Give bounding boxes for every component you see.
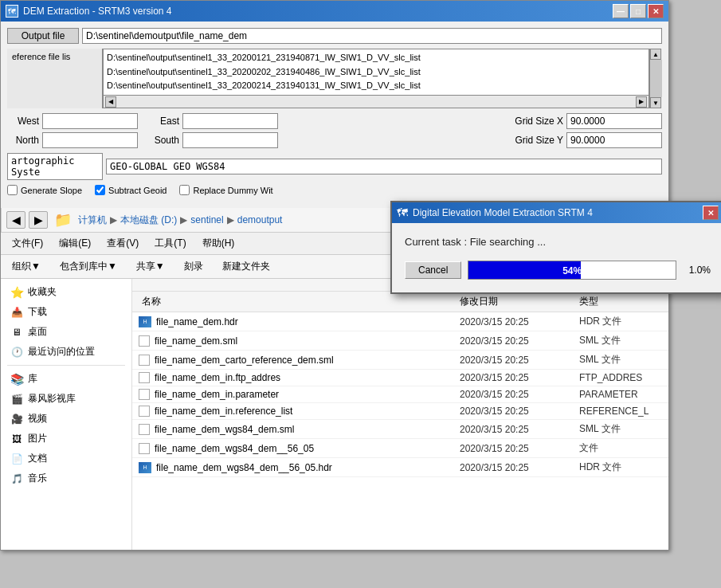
replace-dummy-checkbox[interactable] <box>179 185 190 195</box>
scroll-down-btn[interactable]: ▼ <box>650 97 661 108</box>
carto-label: artographic Syste <box>7 153 103 180</box>
subtract-geoid-checkbox-item: Subtract Geoid <box>95 185 167 195</box>
sidebar-item-favorites[interactable]: ⭐ 收藏夹 <box>1 282 131 302</box>
generate-slope-checkbox[interactable] <box>7 185 18 195</box>
file-type-4: FTP_ADDRES <box>573 372 668 383</box>
dem-window-titlebar: 🗺 DEM Extraction - SRTM3 version 4 — □ ✕ <box>1 1 668 22</box>
sidebar-item-documents[interactable]: 📄 文档 <box>1 449 131 468</box>
col-date[interactable]: 修改日期 <box>453 295 573 308</box>
subtract-geoid-checkbox[interactable] <box>95 185 105 195</box>
grid-x-input[interactable] <box>566 113 662 129</box>
download-label: 下载 <box>28 305 47 319</box>
sidebar-item-library[interactable]: 📚 库 <box>1 369 131 389</box>
replace-dummy-label: Replace Dummy Wit <box>193 186 272 195</box>
table-row[interactable]: file_name_dem_in.parameter 2020/3/15 20:… <box>132 386 668 403</box>
file-date-6: 2020/3/15 20:25 <box>453 406 573 417</box>
progress-percent-right: 1.0% <box>683 265 711 276</box>
vertical-scrollbar[interactable]: ▲ ▼ <box>649 49 662 108</box>
file-name-cell-5: file_name_dem_in.parameter <box>132 389 453 400</box>
grid-y-input[interactable] <box>566 132 662 148</box>
music-icon: 🎵 <box>10 473 23 484</box>
sidebar-divider-1 <box>7 365 125 366</box>
north-section: North <box>7 132 138 148</box>
menu-view[interactable]: 查看(V) <box>99 234 147 253</box>
sidebar-item-recent[interactable]: 🕐 最近访问的位置 <box>1 342 131 362</box>
file-type-1: HDR 文件 <box>573 315 668 328</box>
checkbox-row: Generate Slope Subtract Geoid Replace Du… <box>7 185 662 195</box>
sidebar-item-music[interactable]: 🎵 音乐 <box>1 468 131 488</box>
file-name-6: file_name_dem_in.reference_list <box>155 406 292 417</box>
file-date-3: 2020/3/15 20:25 <box>453 355 573 366</box>
path-sentinel[interactable]: sentinel <box>190 214 223 225</box>
horizontal-scrollbar[interactable]: ◀ ▶ <box>104 95 649 108</box>
south-input[interactable] <box>182 132 278 148</box>
east-input[interactable] <box>182 113 278 129</box>
table-row[interactable]: file_name_dem_carto_reference_dem.sml 20… <box>132 351 668 370</box>
path-drive[interactable]: 本地磁盘 (D:) <box>120 214 177 227</box>
generic-icon-2 <box>139 335 150 347</box>
menu-file[interactable]: 文件(F) <box>4 234 51 253</box>
file-name-9: file_name_dem_wgs84_dem__56_05.hdr <box>156 462 332 473</box>
sidebar-item-pictures[interactable]: 🖼 图片 <box>1 429 131 449</box>
sidebar-item-download[interactable]: 📥 下载 <box>1 302 131 322</box>
scroll-right-btn[interactable]: ▶ <box>636 96 647 108</box>
col-type[interactable]: 类型 <box>573 295 668 308</box>
hdr-icon-9: H <box>139 462 151 473</box>
generic-icon-8 <box>139 443 150 454</box>
path-computer[interactable]: 计算机 <box>78 214 107 227</box>
cancel-button[interactable]: Cancel <box>405 261 461 279</box>
table-row[interactable]: file_name_dem_in.reference_list 2020/3/1… <box>132 403 668 420</box>
vertical-scroll-track <box>650 60 662 97</box>
sidebar-item-baofeng[interactable]: 🎬 暴风影视库 <box>1 389 131 409</box>
toolbar-burn[interactable]: 刻录 <box>179 258 208 275</box>
grid-y-label: Grid Size Y <box>515 135 563 146</box>
progress-titlebar: 🗺 Digital Elevation Model Extraction SRT… <box>392 202 721 223</box>
table-row[interactable]: H file_name_dem.hdr 2020/3/15 20:25 HDR … <box>132 312 668 331</box>
table-row[interactable]: file_name_dem_in.ftp_addres 2020/3/15 20… <box>132 370 668 386</box>
dem-window-controls: — □ ✕ <box>613 4 664 18</box>
west-input[interactable] <box>42 113 138 129</box>
scroll-left-btn[interactable]: ◀ <box>105 96 116 108</box>
titlebar-left: 🗺 DEM Extraction - SRTM3 version 4 <box>6 5 172 18</box>
back-button[interactable]: ◀ <box>6 211 25 229</box>
minimize-button[interactable]: — <box>613 4 629 18</box>
menu-tools[interactable]: 工具(T) <box>147 234 194 253</box>
sidebar-item-desktop[interactable]: 🖥 桌面 <box>1 322 131 342</box>
reference-file-list-content[interactable]: D:\sentinel\output\sentinel1_33_20200121… <box>104 49 649 95</box>
favorites-label: 收藏夹 <box>28 285 57 299</box>
output-file-row: Output file <box>7 28 662 44</box>
menu-help[interactable]: 帮助(H) <box>194 234 243 253</box>
file-name-8: file_name_dem_wgs84_dem__56_05 <box>155 443 314 454</box>
path-demoutput[interactable]: demoutput <box>237 214 283 225</box>
forward-button[interactable]: ▶ <box>29 211 48 229</box>
table-row[interactable]: file_name_dem.sml 2020/3/15 20:25 SML 文件 <box>132 331 668 351</box>
output-file-input[interactable] <box>82 28 662 44</box>
progress-close-button[interactable]: ✕ <box>703 206 719 220</box>
grid-x-section: Grid Size X <box>499 113 662 129</box>
file-date-8: 2020/3/15 20:25 <box>453 443 573 454</box>
library-label: 库 <box>28 372 37 386</box>
desktop-label: 桌面 <box>28 325 47 339</box>
table-row[interactable]: H file_name_dem_wgs84_dem__56_05.hdr 202… <box>132 458 668 477</box>
maximize-button[interactable]: □ <box>630 4 646 18</box>
col-name[interactable]: 名称 <box>132 295 453 308</box>
file-name-2: file_name_dem.sml <box>155 335 237 347</box>
dem-body: Output file eference file lis D:\sentine… <box>1 22 668 208</box>
toolbar-new-folder[interactable]: 新建文件夹 <box>217 258 275 275</box>
output-file-label: Output file <box>7 28 79 44</box>
file-name-cell-4: file_name_dem_in.ftp_addres <box>132 372 453 383</box>
close-button[interactable]: ✕ <box>648 4 664 18</box>
toolbar-add-to-library[interactable]: 包含到库中▼ <box>55 258 122 275</box>
table-row[interactable]: file_name_dem_wgs84_dem.sml 2020/3/15 20… <box>132 420 668 439</box>
reference-file-section: eference file lis D:\sentinel\output\sen… <box>7 49 662 108</box>
menu-edit[interactable]: 编辑(E) <box>51 234 99 253</box>
progress-title-icon: 🗺 <box>397 206 408 219</box>
north-input[interactable] <box>42 132 138 148</box>
scroll-up-btn[interactable]: ▲ <box>650 49 661 60</box>
sidebar-item-video[interactable]: 🎥 视频 <box>1 409 131 429</box>
ref-file-2: D:\sentinel\output\sentinel1_33_20200202… <box>107 65 645 80</box>
toolbar-organize[interactable]: 组织▼ <box>7 258 45 275</box>
file-name-7: file_name_dem_wgs84_dem.sml <box>155 424 294 435</box>
toolbar-share[interactable]: 共享▼ <box>131 258 170 275</box>
table-row[interactable]: file_name_dem_wgs84_dem__56_05 2020/3/15… <box>132 439 668 458</box>
